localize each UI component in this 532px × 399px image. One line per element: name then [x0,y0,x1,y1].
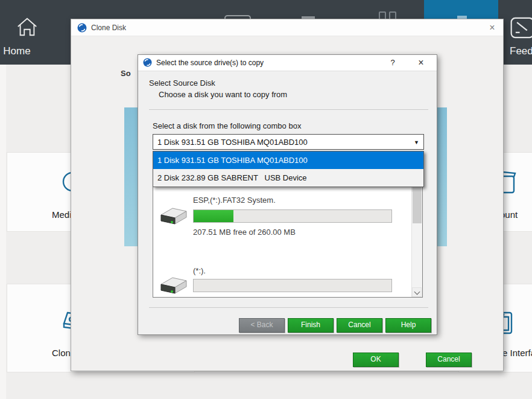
combo-dropdown: 1 Disk 931.51 GB TOSHIBA MQ01ABD100 2 Di… [153,151,424,187]
help-button[interactable]: Help [385,318,431,333]
toolbar-item-home[interactable]: Home [0,0,36,65]
dialog-heading: Select Source Disk [149,78,215,88]
ok-button[interactable]: OK [353,353,399,367]
feedback-icon [510,17,532,39]
feedback-label: Feed [510,45,532,57]
clone-cancel-button[interactable]: Cancel [426,353,472,367]
home-label: Home [0,45,34,57]
select-source-dialog: Select the source drive(s) to copy ? × S… [138,54,437,335]
dropdown-option-disk2[interactable]: 2 Disk 232.89 GB SABRENT USB Device [153,169,423,187]
chevron-down-icon: ▼ [414,139,419,145]
help-icon[interactable]: ? [385,57,400,69]
scroll-down-icon[interactable] [412,287,422,297]
list-scrollbar[interactable] [411,182,422,297]
tile-interface-label: e Interfac [502,348,532,358]
source-cancel-button[interactable]: Cancel [337,318,382,333]
hard-drive-icon [159,276,188,296]
source-dialog-titlebar[interactable]: Select the source drive(s) to copy ? × [138,55,437,71]
partition-list[interactable]: ESP,(*:).FAT32 System. 207.51 MB free of… [153,182,423,298]
source-dialog-title: Select the source drive(s) to copy [156,59,264,67]
close-icon[interactable]: × [413,57,429,69]
partition-usage-bar [193,209,392,223]
source-section-label: So [121,69,131,78]
back-button[interactable]: < Back [239,318,285,333]
divider [149,307,428,308]
combo-selected-value: 1 Disk 931.51 GB TOSHIBA MQ01ABD100 [157,138,308,147]
hard-drive-icon [159,206,188,227]
page-margin [0,65,6,399]
finish-button[interactable]: Finish [288,318,334,333]
clone-dialog-title: Clone Disk [91,24,126,32]
partition-usage-bar [193,279,392,292]
clone-dialog-titlebar[interactable]: Clone Disk × [71,19,503,36]
app-root: Home Feed Media Clon ount [0,0,532,399]
dropdown-option-disk1[interactable]: 1 Disk 931.51 GB TOSHIBA MQ01ABD100 [153,152,423,169]
partition-caption: 207.51 MB free of 260.00 MB [193,228,296,237]
tile-clone-label: Clon [52,348,71,358]
close-icon[interactable]: × [484,22,501,34]
partition-name: ESP,(*:).FAT32 System. [193,196,276,205]
dialog-subheading: Choose a disk you want to copy from [159,90,287,99]
partition-usage-fill [194,210,233,222]
app-logo-icon [143,58,152,67]
combo-box-label: Select a disk from the following combo b… [153,121,301,130]
partition-name: (*:). [193,266,206,275]
scrollbar-thumb[interactable] [413,187,422,223]
disk-combo-box[interactable]: 1 Disk 931.51 GB TOSHIBA MQ01ABD100 ▼ [153,134,424,150]
divider [149,109,428,110]
app-logo-icon [77,23,87,33]
home-icon [16,16,39,39]
